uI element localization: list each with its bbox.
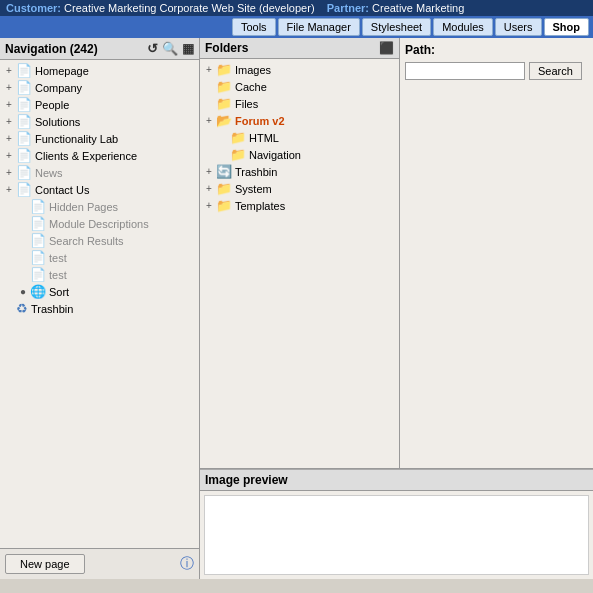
right-panel: Folders ⬛ + 📁 Images 📁 Cache: [200, 38, 593, 579]
refresh-icon[interactable]: ↺: [147, 41, 158, 56]
folder-navigation[interactable]: 📁 Navigation: [200, 146, 399, 163]
expander-folder-images: +: [202, 64, 216, 75]
folder-forumv2[interactable]: + 📂 Forum v2: [200, 112, 399, 129]
expander-folder-templates: +: [202, 200, 216, 211]
expander-folder-forumv2: +: [202, 115, 216, 126]
label-module: Module Descriptions: [49, 218, 149, 230]
image-preview-header: Image preview: [200, 469, 593, 491]
tools-button[interactable]: Tools: [232, 18, 276, 36]
folder-files[interactable]: 📁 Files: [200, 95, 399, 112]
page-icon-news: 📄: [16, 165, 32, 180]
folder-cache[interactable]: 📁 Cache: [200, 78, 399, 95]
menu-bar: Tools File Manager Stylesheet Modules Us…: [0, 16, 593, 38]
folder-icon-files: 📁: [216, 96, 232, 111]
folders-title: Folders: [205, 41, 248, 55]
modules-button[interactable]: Modules: [433, 18, 493, 36]
expander-folder-system: +: [202, 183, 216, 194]
nav-item-functionality[interactable]: + 📄 Functionality Lab: [0, 130, 199, 147]
partner-value: Creative Marketing: [372, 2, 464, 14]
expander-company: +: [2, 82, 16, 93]
shop-button[interactable]: Shop: [544, 18, 590, 36]
search-icon[interactable]: 🔍: [162, 41, 178, 56]
file-manager-button[interactable]: File Manager: [278, 18, 360, 36]
image-preview-panel: Image preview: [200, 468, 593, 579]
search-button[interactable]: Search: [529, 62, 582, 80]
folder-html[interactable]: 📁 HTML: [200, 129, 399, 146]
folder-templates[interactable]: + 📁 Templates: [200, 197, 399, 214]
label-people: People: [35, 99, 69, 111]
folders-header: Folders ⬛: [200, 38, 399, 59]
folder-icon-system: 📁: [216, 181, 232, 196]
expander-people: +: [2, 99, 16, 110]
folder-system[interactable]: + 📁 System: [200, 180, 399, 197]
nav-item-people[interactable]: + 📄 People: [0, 96, 199, 113]
nav-item-module-desc[interactable]: 📄 Module Descriptions: [0, 215, 199, 232]
label-folder-navigation: Navigation: [249, 149, 301, 161]
folder-trashbin[interactable]: + 🔄 Trashbin: [200, 163, 399, 180]
expander-contact: +: [2, 184, 16, 195]
folder-icon-forumv2: 📂: [216, 113, 232, 128]
image-preview-area: [204, 495, 589, 575]
page-icon-people: 📄: [16, 97, 32, 112]
expander-sort: ●: [16, 286, 30, 297]
label-folder-trashbin: Trashbin: [235, 166, 277, 178]
customer-value: Creative Marketing Corporate Web Site (d…: [64, 2, 314, 14]
nav-item-search-results[interactable]: 📄 Search Results: [0, 232, 199, 249]
expander-folder-trashbin: +: [202, 166, 216, 177]
page-icon-test2: 📄: [30, 267, 46, 282]
path-input[interactable]: [405, 62, 525, 80]
navigation-title: Navigation (242): [5, 42, 98, 56]
page-icon-hidden: 📄: [30, 199, 46, 214]
nav-item-test2[interactable]: 📄 test: [0, 266, 199, 283]
label-homepage: Homepage: [35, 65, 89, 77]
navigation-bottom-bar: New page ⓘ: [0, 548, 199, 579]
navigation-header-icons: ↺ 🔍 ▦: [147, 41, 194, 56]
folder-move-icon[interactable]: ⬛: [379, 41, 394, 55]
path-panel: Path: Search: [400, 38, 593, 468]
stylesheet-button[interactable]: Stylesheet: [362, 18, 431, 36]
recycle-icon-trashbin: ♻: [16, 301, 28, 316]
folder-images[interactable]: + 📁 Images: [200, 61, 399, 78]
page-icon-test1: 📄: [30, 250, 46, 265]
nav-item-sort[interactable]: ● 🌐 Sort: [0, 283, 199, 300]
nav-item-news[interactable]: + 📄 News: [0, 164, 199, 181]
nav-item-solutions[interactable]: + 📄 Solutions: [0, 113, 199, 130]
page-icon-company: 📄: [16, 80, 32, 95]
folder-icon-trashbin: 🔄: [216, 164, 232, 179]
page-icon-homepage: 📄: [16, 63, 32, 78]
page-icon-search: 📄: [30, 233, 46, 248]
label-functionality: Functionality Lab: [35, 133, 118, 145]
label-folder-system: System: [235, 183, 272, 195]
right-top: Folders ⬛ + 📁 Images 📁 Cache: [200, 38, 593, 468]
label-trashbin: Trashbin: [31, 303, 73, 315]
users-button[interactable]: Users: [495, 18, 542, 36]
nav-item-test1[interactable]: 📄 test: [0, 249, 199, 266]
navigation-tree: + 📄 Homepage + 📄 Company + 📄 People + 📄 …: [0, 60, 199, 548]
label-folder-cache: Cache: [235, 81, 267, 93]
navigation-header: Navigation (242) ↺ 🔍 ▦: [0, 38, 199, 60]
nav-item-hidden-pages[interactable]: 📄 Hidden Pages: [0, 198, 199, 215]
label-solutions: Solutions: [35, 116, 80, 128]
expander-news: +: [2, 167, 16, 178]
label-news: News: [35, 167, 63, 179]
folders-tree: + 📁 Images 📁 Cache 📁 Files: [200, 59, 399, 468]
nav-item-clients[interactable]: + 📄 Clients & Experience: [0, 147, 199, 164]
folder-icon-images: 📁: [216, 62, 232, 77]
settings-icon[interactable]: ▦: [182, 41, 194, 56]
nav-item-contact[interactable]: + 📄 Contact Us: [0, 181, 199, 198]
label-test1: test: [49, 252, 67, 264]
page-icon-clients: 📄: [16, 148, 32, 163]
help-icon[interactable]: ⓘ: [180, 555, 194, 573]
globe-icon-sort: 🌐: [30, 284, 46, 299]
page-icon-contact: 📄: [16, 182, 32, 197]
customer-label: Customer:: [6, 2, 61, 14]
label-search-results: Search Results: [49, 235, 124, 247]
nav-item-trashbin[interactable]: ♻ Trashbin: [0, 300, 199, 317]
nav-item-homepage[interactable]: + 📄 Homepage: [0, 62, 199, 79]
navigation-panel: Navigation (242) ↺ 🔍 ▦ + 📄 Homepage + 📄 …: [0, 38, 200, 579]
expander-clients: +: [2, 150, 16, 161]
new-page-button[interactable]: New page: [5, 554, 85, 574]
nav-item-company[interactable]: + 📄 Company: [0, 79, 199, 96]
expander-functionality: +: [2, 133, 16, 144]
label-folder-html: HTML: [249, 132, 279, 144]
